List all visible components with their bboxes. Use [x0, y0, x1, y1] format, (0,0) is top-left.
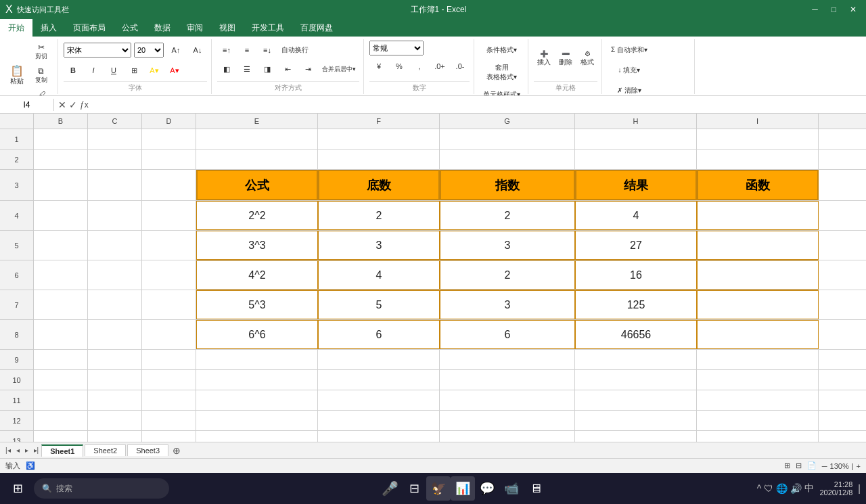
- tab-page-layout[interactable]: 页面布局: [65, 19, 114, 37]
- cell-styles-button[interactable]: 单元格样式▾: [480, 85, 524, 96]
- merge-center-button[interactable]: 合并后居中▾: [319, 60, 359, 78]
- cell-i10[interactable]: [697, 370, 819, 390]
- sheet-nav-next[interactable]: ▸: [22, 445, 31, 455]
- taskbar-edge[interactable]: 🦅: [426, 476, 451, 501]
- cell-d2[interactable]: [142, 150, 196, 169]
- decrease-indent-button[interactable]: ⇤: [278, 60, 297, 78]
- cell-g12[interactable]: [440, 411, 575, 430]
- cell-c5[interactable]: [88, 231, 142, 260]
- cell-i13[interactable]: [697, 431, 819, 442]
- row-header-1[interactable]: 1: [0, 129, 33, 150]
- close-button[interactable]: ✕: [846, 3, 861, 16]
- cell-d13[interactable]: [142, 431, 196, 442]
- cell-f7-base[interactable]: 5: [318, 290, 440, 319]
- cell-h2[interactable]: [575, 150, 697, 169]
- sheet-tab-1[interactable]: Sheet1: [41, 444, 83, 457]
- row-header-8[interactable]: 8: [0, 320, 33, 350]
- cell-c3[interactable]: [88, 170, 142, 200]
- taskbar-task-view[interactable]: ⊟: [402, 476, 426, 501]
- tab-view[interactable]: 视图: [211, 19, 244, 37]
- minimize-button[interactable]: ─: [808, 3, 822, 16]
- cell-g6-exponent[interactable]: 2: [440, 260, 575, 290]
- cell-g13[interactable]: [440, 431, 575, 442]
- tab-insert[interactable]: 插入: [32, 19, 65, 37]
- cell-c12[interactable]: [88, 411, 142, 430]
- col-header-e[interactable]: E: [196, 114, 318, 129]
- insert-button[interactable]: ➕插入: [534, 41, 554, 76]
- copy-button[interactable]: ⧉ 复制: [28, 64, 53, 87]
- cell-f2[interactable]: [318, 150, 440, 169]
- cell-h11[interactable]: [575, 390, 697, 410]
- confirm-formula-icon[interactable]: ✓: [69, 99, 77, 110]
- row-header-2[interactable]: 2: [0, 150, 33, 170]
- cell-b1[interactable]: [34, 129, 88, 149]
- cell-reference-box[interactable]: I4: [0, 99, 54, 111]
- clear-button[interactable]: ✗ 清除▾: [608, 81, 651, 96]
- cell-h1[interactable]: [575, 129, 697, 149]
- cell-i9[interactable]: [697, 350, 819, 369]
- cell-d12[interactable]: [142, 411, 196, 430]
- col-header-h[interactable]: H: [575, 114, 697, 129]
- format-as-table-button[interactable]: 套用表格格式▾: [480, 61, 524, 84]
- cell-e9[interactable]: [196, 350, 318, 369]
- cell-d7[interactable]: [142, 290, 196, 319]
- row-header-10[interactable]: 10: [0, 370, 33, 390]
- view-page-break-icon[interactable]: ⊟: [796, 461, 802, 470]
- decrease-decimal-button[interactable]: .0-: [451, 57, 470, 76]
- clock-display[interactable]: 21:28 2020/12/8: [819, 480, 852, 497]
- font-size-decrease-button[interactable]: A↓: [188, 41, 207, 60]
- cell-d1[interactable]: [142, 129, 196, 149]
- font-name-select[interactable]: 宋体: [64, 43, 131, 58]
- cell-i1[interactable]: [697, 129, 819, 149]
- cell-e1[interactable]: [196, 129, 318, 149]
- font-color-button[interactable]: A▾: [165, 61, 184, 80]
- align-right-button[interactable]: ◨: [258, 60, 277, 78]
- cell-c1[interactable]: [88, 129, 142, 149]
- tab-review[interactable]: 审阅: [179, 19, 211, 37]
- underline-button[interactable]: U: [104, 61, 123, 80]
- cell-i6-function[interactable]: [697, 260, 819, 290]
- cell-e11[interactable]: [196, 390, 318, 410]
- cell-h10[interactable]: [575, 370, 697, 390]
- cell-c4[interactable]: [88, 201, 142, 230]
- cell-f4-base[interactable]: 2: [318, 201, 440, 230]
- cell-f11[interactable]: [318, 390, 440, 410]
- cell-c9[interactable]: [88, 350, 142, 369]
- cell-f10[interactable]: [318, 370, 440, 390]
- cell-g2[interactable]: [440, 150, 575, 169]
- percent-button[interactable]: %: [390, 57, 409, 76]
- cell-b8[interactable]: [34, 320, 88, 349]
- cell-i3-header-function[interactable]: 函数: [697, 170, 819, 200]
- cell-b5[interactable]: [34, 231, 88, 260]
- row-header-11[interactable]: 11: [0, 390, 33, 411]
- formula-input[interactable]: [93, 99, 866, 111]
- sheet-nav-first[interactable]: |◂: [3, 445, 14, 455]
- wrap-text-button[interactable]: 自动换行: [278, 41, 312, 60]
- cell-b9[interactable]: [34, 350, 88, 369]
- show-desktop-button[interactable]: |: [858, 483, 861, 494]
- cell-g11[interactable]: [440, 390, 575, 410]
- align-top-button[interactable]: ≡↑: [217, 41, 236, 60]
- cell-e10[interactable]: [196, 370, 318, 390]
- increase-decimal-button[interactable]: .0+: [430, 57, 449, 76]
- cell-d8[interactable]: [142, 320, 196, 349]
- currency-button[interactable]: ¥: [369, 57, 388, 76]
- row-header-6[interactable]: 6: [0, 260, 33, 290]
- font-size-increase-button[interactable]: A↑: [166, 41, 185, 60]
- tab-baidu[interactable]: 百度网盘: [292, 19, 341, 37]
- cell-c8[interactable]: [88, 320, 142, 349]
- cell-d10[interactable]: [142, 370, 196, 390]
- align-center-button[interactable]: ☰: [237, 60, 256, 78]
- cell-g5-exponent[interactable]: 3: [440, 231, 575, 260]
- row-header-13[interactable]: 13: [0, 431, 33, 442]
- cell-b7[interactable]: [34, 290, 88, 319]
- thousands-button[interactable]: ,: [410, 57, 429, 76]
- cell-f6-base[interactable]: 4: [318, 260, 440, 290]
- col-header-i[interactable]: I: [697, 114, 819, 129]
- tray-volume[interactable]: 🔊: [790, 483, 802, 494]
- title-bar-controls[interactable]: ─ □ ✕: [808, 3, 861, 16]
- cell-b4[interactable]: [34, 201, 88, 230]
- cell-d9[interactable]: [142, 350, 196, 369]
- autosum-button[interactable]: Σ 自动求和▾: [608, 41, 651, 60]
- cell-e2[interactable]: [196, 150, 318, 169]
